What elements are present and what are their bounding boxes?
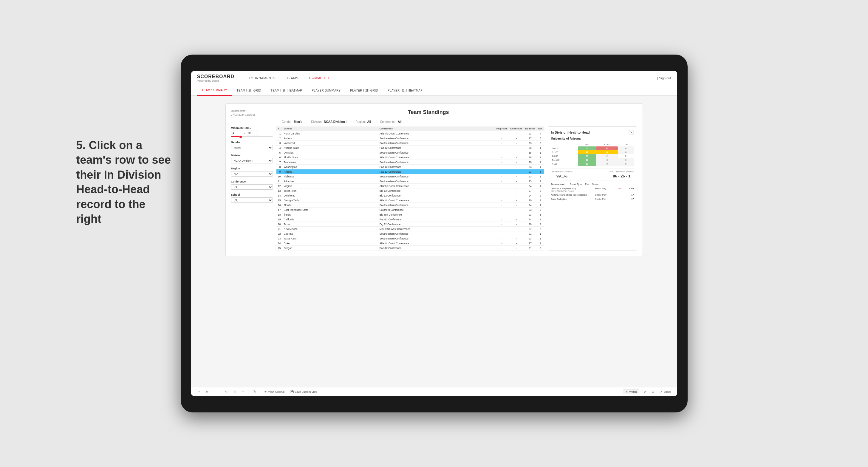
cell-school: East Tennessee State [282,208,378,212]
view-original-button[interactable]: 👁 View: Original [263,390,286,394]
table-row[interactable]: 16 Florida Southeastern Conference - - 2… [276,203,544,208]
table-row[interactable]: 9 Arizona Pac-12 Conference - - 23 3 [276,169,544,174]
undo-button[interactable]: ↩ [196,390,202,394]
cell-conf-rank: - [509,188,524,193]
table-row[interactable]: 3 Vanderbilt Southeastern Conference - -… [276,141,544,146]
gender-select[interactable]: Men's [231,145,273,150]
cell-num: 13 [276,188,282,193]
h2h-loss-cell: 2 [596,154,618,158]
share-icon-button[interactable]: ⊡ [650,390,656,394]
cell-no-rnds: 23 [524,179,537,184]
h2h-range-label: >100 [551,162,578,166]
cell-no-rnds: 23 [524,236,537,241]
table-row[interactable]: 21 New Mexico Mountain West Conference -… [276,227,544,231]
table-row[interactable]: 18 Illinois Big Ten Conference - - 23 3 [276,212,544,217]
watch-button[interactable]: 👁 Watch [623,390,639,394]
table-row[interactable]: 7 Tennessee Southeastern Conference - - … [276,160,544,165]
nav-teams[interactable]: TEAMS [281,71,304,85]
cell-no-rnds: 18 [524,150,537,155]
add-button[interactable]: + [241,390,246,394]
forward-button[interactable]: → [212,390,219,394]
tournament-name: Cabo Collegiate [551,198,594,200]
view-icon: 👁 [265,391,267,393]
table-row[interactable]: 1 North Carolina Atlantic Coast Conferen… [276,131,544,136]
h2h-table-row: Top 10 3 13 0 [551,147,634,150]
redo-button[interactable]: ↻ [204,390,210,394]
min-rounds-slider[interactable] [231,136,273,137]
h2h-close-button[interactable]: ✕ [628,130,634,135]
share-button[interactable]: ↗ Share [658,390,672,394]
table-header-row: # School Conference Reg Rank Conf Rank N… [276,126,544,131]
cell-no-rnds: 23 [524,169,537,174]
table-row[interactable]: 13 Texas Tech Big 12 Conference - - 27 2 [276,188,544,193]
cell-reg-rank: - [495,208,509,212]
table-row[interactable]: 2 Auburn Southeastern Conference - - 27 … [276,136,544,141]
table-row[interactable]: 5 Ole Miss Southeastern Conference - - 1… [276,150,544,155]
clock-button[interactable]: 🕐 [251,390,258,394]
sub-nav-player-h2h-grid[interactable]: PLAYER H2H GRID [345,85,383,96]
sub-nav-team-h2h-heatmap[interactable]: TEAM H2H HEATMAP [266,85,307,96]
table-row[interactable]: 17 East Tennessee State Southern Confere… [276,208,544,212]
logo-subtitle: Powered by clippd [197,79,235,82]
cell-conference: Atlantic Coast Conference [378,184,495,188]
copy-button[interactable]: ⧉ [224,390,229,394]
table-row[interactable]: 25 Oregon Pac-12 Conference - - 21 0 [276,246,544,250]
cell-conf-rank: - [509,231,524,236]
cell-num: 21 [276,227,282,231]
paste-button[interactable]: 📋 [231,390,238,394]
panel-header: Update time: 27/03/2024 16:56:26 Team St… [231,109,637,117]
cell-conf-rank: - [509,174,524,179]
sub-nav-player-summary[interactable]: PLAYER SUMMARY [307,85,346,96]
cell-school: Texas Tech [282,188,378,193]
cell-win: 3 [537,208,544,212]
table-row[interactable]: 14 Oklahoma Big 12 Conference - - 24 2 [276,193,544,198]
cell-conf-rank: - [509,150,524,155]
table-row[interactable]: 8 Washington Pac-12 Conference - - 23 1 [276,165,544,169]
min-rounds-input[interactable] [231,131,243,135]
table-row[interactable]: 6 Florida State Atlantic Coast Conferenc… [276,155,544,160]
nav-committee[interactable]: COMMITTEE [304,71,336,85]
min-rounds-max-input[interactable] [246,131,258,135]
cell-conference: Southeastern Conference [378,141,495,146]
sub-nav-team-summary[interactable]: TEAM SUMMARY [197,85,232,96]
save-custom-button[interactable]: 💾 Save Custom View [289,390,319,394]
table-row[interactable]: 23 Texas A&M Southeastern Conference - -… [276,236,544,241]
table-row[interactable]: 22 Georgia Southeastern Conference - - 2… [276,231,544,236]
h2h-win-cell: 11 [578,150,596,154]
cell-no-rnds: 23 [524,165,537,169]
cell-reg-rank: - [495,141,509,146]
cell-no-rnds: 26 [524,146,537,150]
nav-tournaments[interactable]: TOURNAMENTS [243,71,281,85]
cell-no-rnds: 27 [524,136,537,141]
table-row[interactable]: 19 California Pac-12 Conference - - 24 2 [276,217,544,222]
cell-win: 2 [537,188,544,193]
conference-select[interactable]: (All) [231,184,273,190]
table-row[interactable]: 11 Arkansas Southeastern Conference - - … [276,179,544,184]
school-select[interactable]: (All) [231,197,273,203]
cell-school: Oregon [282,246,378,250]
cell-win: 1 [537,146,544,150]
sign-out-button[interactable]: | Sign out [657,76,671,80]
cell-conf-rank: - [509,241,524,246]
cell-num: 17 [276,208,282,212]
table-row[interactable]: 12 Virginia Atlantic Coast Conference - … [276,184,544,188]
cell-school: California [282,217,378,222]
settings-button[interactable]: ⚙ [642,390,648,394]
cell-conf-rank: - [509,193,524,198]
cell-no-rnds: 27 [524,241,537,246]
division-select[interactable]: NCAA Division I [231,158,273,163]
sub-nav-player-h2h-heatmap[interactable]: PLAYER H2H HEATMAP [383,85,427,96]
table-row[interactable]: 15 Georgia Tech Atlantic Coast Conferenc… [276,198,544,203]
cell-no-rnds: 23 [524,208,537,212]
cell-school: Ole Miss [282,150,378,155]
cell-num: 22 [276,231,282,236]
table-row[interactable]: 4 Arizona State Pac-12 Conference - - 26… [276,146,544,150]
toolbar-sep-1 [221,390,221,394]
h2h-record-stat: W-L-T record in-division: 86 - 26 - 1 [610,170,633,178]
sub-nav-team-h2h-grid[interactable]: TEAM H2H GRID [232,85,266,96]
region-select[interactable]: N/A [231,171,273,177]
table-row[interactable]: 10 Alabama Southeastern Conference - - 2… [276,174,544,179]
table-row[interactable]: 20 Texas Big 12 Conference - - 20 2 [276,222,544,227]
table-row[interactable]: 24 Duke Atlantic Coast Conference - - 27… [276,241,544,246]
cell-num: 18 [276,212,282,217]
